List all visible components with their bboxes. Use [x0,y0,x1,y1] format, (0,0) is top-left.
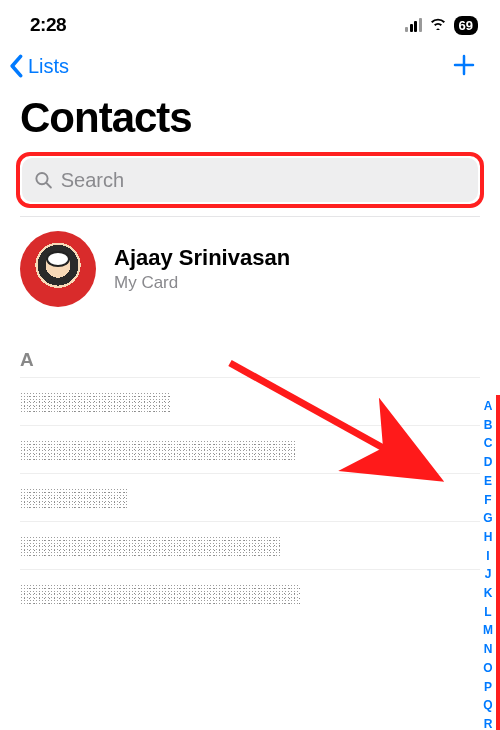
index-letter[interactable]: R [484,715,493,730]
list-item[interactable] [20,521,480,569]
search-input[interactable] [61,169,466,192]
search-field[interactable] [22,158,478,202]
list-item[interactable] [20,377,480,425]
wifi-icon [428,16,448,34]
index-letter[interactable]: D [484,453,493,472]
index-letter[interactable]: B [484,416,493,435]
index-letter[interactable]: C [484,434,493,453]
index-letter[interactable]: L [484,603,491,622]
page-title: Contacts [0,88,500,152]
list-item[interactable] [20,569,480,617]
index-letter[interactable]: I [486,547,489,566]
list-item[interactable] [20,425,480,473]
index-letter[interactable]: O [483,659,492,678]
status-time: 2:28 [30,14,66,36]
index-letter[interactable]: F [484,491,491,510]
battery-icon: 69 [454,16,478,35]
my-card[interactable]: Ajaay Srinivasan My Card [0,217,500,321]
index-letter[interactable]: E [484,472,492,491]
index-letter[interactable]: G [483,509,492,528]
index-letter[interactable]: P [484,678,492,697]
plus-icon [452,53,476,77]
list-item[interactable] [20,473,480,521]
section-header: A [0,321,500,377]
index-letter[interactable]: J [485,565,492,584]
add-button[interactable] [448,48,480,85]
my-card-subtitle: My Card [114,273,290,293]
index-bar[interactable]: ABCDEFGHIJKLMNOPQR [480,395,500,730]
svg-point-0 [36,173,47,184]
index-letter[interactable]: H [484,528,493,547]
status-bar: 2:28 69 [0,0,500,44]
status-indicators: 69 [404,16,478,35]
index-letter[interactable]: M [483,621,493,640]
search-highlight [16,152,484,208]
index-letter[interactable]: N [484,640,493,659]
index-letter[interactable]: K [484,584,493,603]
nav-bar: Lists [0,44,500,88]
chevron-left-icon [8,54,26,78]
avatar [20,231,96,307]
back-label: Lists [28,55,69,78]
battery-level: 69 [459,18,473,33]
back-button[interactable]: Lists [8,54,69,78]
search-icon [34,170,53,190]
contacts-list [0,377,500,617]
index-letter[interactable]: Q [483,696,492,715]
cellular-icon [404,18,422,32]
index-letter[interactable]: A [484,397,493,416]
my-card-name: Ajaay Srinivasan [114,245,290,271]
